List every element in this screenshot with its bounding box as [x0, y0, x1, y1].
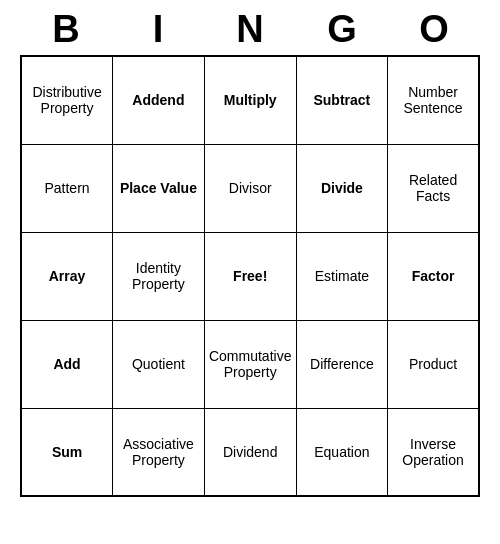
bingo-letter-i: I: [114, 8, 202, 51]
bingo-cell-r3-c0: Add: [21, 320, 113, 408]
bingo-cell-r0-c3: Subtract: [296, 56, 387, 144]
bingo-cell-r0-c0: Distributive Property: [21, 56, 113, 144]
bingo-cell-r0-c2: Multiply: [204, 56, 296, 144]
bingo-cell-r3-c3: Difference: [296, 320, 387, 408]
bingo-cell-r3-c4: Product: [388, 320, 479, 408]
bingo-cell-r2-c3: Estimate: [296, 232, 387, 320]
table-row: SumAssociative PropertyDividendEquationI…: [21, 408, 479, 496]
bingo-cell-r4-c2: Dividend: [204, 408, 296, 496]
bingo-letter-o: O: [390, 8, 478, 51]
bingo-cell-r2-c2: Free!: [204, 232, 296, 320]
bingo-cell-r1-c1: Place Value: [113, 144, 205, 232]
bingo-cell-r4-c4: Inverse Operation: [388, 408, 479, 496]
bingo-letter-g: G: [298, 8, 386, 51]
table-row: PatternPlace ValueDivisorDivideRelated F…: [21, 144, 479, 232]
bingo-cell-r1-c3: Divide: [296, 144, 387, 232]
bingo-cell-r2-c1: Identity Property: [113, 232, 205, 320]
bingo-cell-r2-c0: Array: [21, 232, 113, 320]
bingo-cell-r3-c2: Commutative Property: [204, 320, 296, 408]
bingo-letter-n: N: [206, 8, 294, 51]
table-row: Distributive PropertyAddendMultiplySubtr…: [21, 56, 479, 144]
bingo-cell-r1-c4: Related Facts: [388, 144, 479, 232]
table-row: AddQuotientCommutative PropertyDifferenc…: [21, 320, 479, 408]
bingo-cell-r4-c1: Associative Property: [113, 408, 205, 496]
bingo-letter-b: B: [22, 8, 110, 51]
bingo-cell-r3-c1: Quotient: [113, 320, 205, 408]
bingo-cell-r0-c1: Addend: [113, 56, 205, 144]
bingo-header: BINGO: [20, 0, 480, 55]
bingo-cell-r4-c0: Sum: [21, 408, 113, 496]
bingo-cell-r0-c4: Number Sentence: [388, 56, 479, 144]
bingo-cell-r1-c2: Divisor: [204, 144, 296, 232]
bingo-grid: Distributive PropertyAddendMultiplySubtr…: [20, 55, 480, 497]
bingo-cell-r2-c4: Factor: [388, 232, 479, 320]
table-row: ArrayIdentity PropertyFree!EstimateFacto…: [21, 232, 479, 320]
bingo-cell-r4-c3: Equation: [296, 408, 387, 496]
bingo-cell-r1-c0: Pattern: [21, 144, 113, 232]
